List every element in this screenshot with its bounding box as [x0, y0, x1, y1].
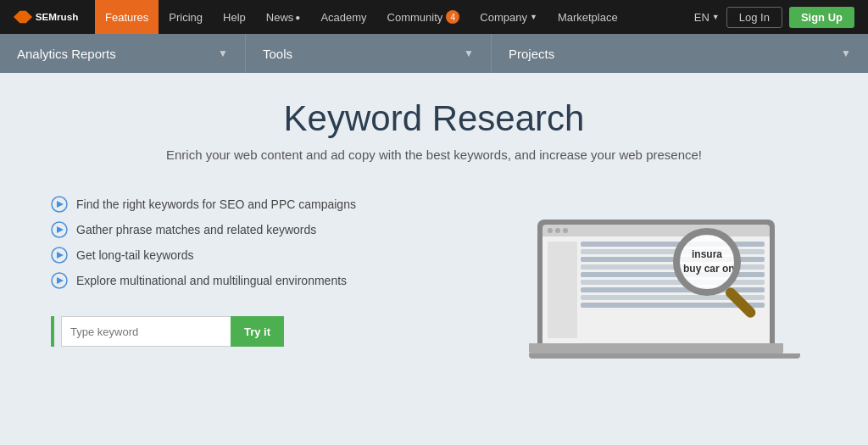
magnifier-text: insura buy car on [680, 248, 734, 276]
circle-play-icon [51, 196, 68, 213]
nav-item-news[interactable]: News ● [256, 0, 311, 34]
svg-marker-5 [57, 226, 64, 233]
nav-item-features[interactable]: Features [95, 0, 159, 34]
search-row: Try it [51, 316, 478, 347]
svg-marker-7 [57, 252, 64, 259]
feature-item-4: Explore multinational and multilingual e… [51, 272, 478, 289]
page-title: Keyword Research [51, 98, 817, 139]
nav-right: EN ▼ Log In Sign Up [694, 7, 854, 28]
sub-navigation: Analytics Reports ▼ Tools ▼ Projects ▼ [0, 34, 868, 73]
main-content: Keyword Research Enrich your web content… [0, 73, 868, 399]
features-list: Find the right keywords for SEO and PPC … [51, 196, 478, 347]
feature-item-2: Gather phrase matches and related keywor… [51, 221, 478, 238]
login-button[interactable]: Log In [726, 7, 782, 28]
subnav-analytics-reports[interactable]: Analytics Reports ▼ [0, 34, 246, 73]
circle-play-icon [51, 272, 68, 289]
content-row: Find the right keywords for SEO and PPC … [51, 196, 817, 382]
circle-play-icon [51, 221, 68, 238]
nav-item-help[interactable]: Help [213, 0, 256, 34]
nav-item-pricing[interactable]: Pricing [159, 0, 213, 34]
logo[interactable]: SEMrush [14, 8, 88, 26]
chevron-down-icon: ▼ [841, 47, 851, 59]
feature-item-3: Get long-tail keywords [51, 247, 478, 264]
search-input[interactable] [61, 316, 231, 347]
hero-subtitle: Enrich your web content and ad copy with… [51, 147, 817, 162]
svg-marker-0 [14, 11, 32, 24]
nav-item-academy[interactable]: Academy [310, 0, 376, 34]
search-accent-bar [51, 316, 54, 347]
nav-item-community[interactable]: Community 4 [377, 0, 470, 34]
try-it-button[interactable]: Try it [231, 316, 284, 347]
illustration: insura buy car on [495, 196, 817, 382]
nav-item-marketplace[interactable]: Marketplace [548, 0, 628, 34]
laptop-graphic: insura buy car on [529, 220, 783, 359]
magnifier-graphic: insura buy car on [673, 228, 766, 321]
top-navigation: SEMrush Features Pricing Help News ● Aca… [0, 0, 868, 34]
nav-item-company[interactable]: Company ▼ [470, 0, 548, 34]
feature-item-1: Find the right keywords for SEO and PPC … [51, 196, 478, 213]
signup-button[interactable]: Sign Up [789, 7, 854, 28]
svg-marker-9 [57, 277, 64, 284]
chevron-down-icon: ▼ [464, 47, 474, 59]
circle-play-icon [51, 247, 68, 264]
svg-text:SEMrush: SEMrush [36, 11, 79, 22]
subnav-tools[interactable]: Tools ▼ [246, 34, 492, 73]
nav-items: Features Pricing Help News ● Academy Com… [95, 0, 694, 34]
chevron-down-icon: ▼ [712, 13, 720, 21]
community-badge: 4 [446, 10, 459, 24]
hero-section: Keyword Research Enrich your web content… [51, 98, 817, 179]
chevron-down-icon: ▼ [218, 47, 228, 59]
svg-marker-3 [57, 201, 64, 208]
language-selector[interactable]: EN ▼ [694, 11, 720, 24]
subnav-projects[interactable]: Projects ▼ [492, 34, 868, 73]
